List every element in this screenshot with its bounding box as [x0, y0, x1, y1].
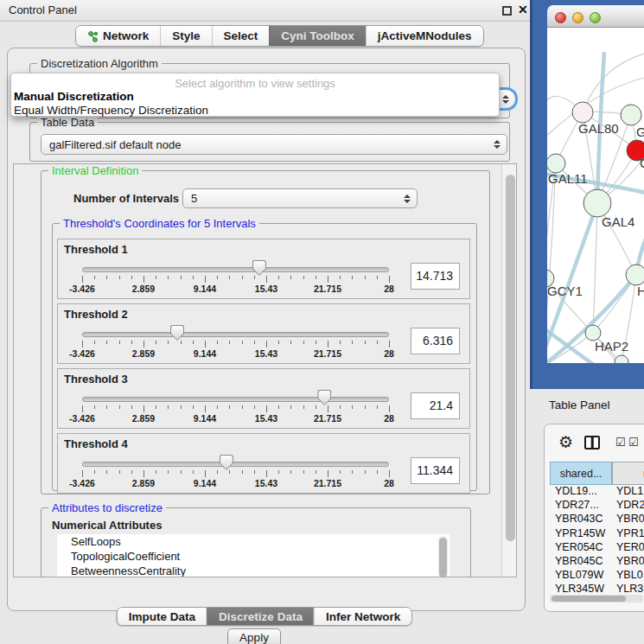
table-row[interactable]: YBR045CYBR0 [550, 555, 644, 569]
tab-infer-network[interactable]: Infer Network [314, 608, 411, 625]
settings-vertical-scrollbar[interactable] [501, 164, 517, 577]
threshold-value-field[interactable]: 21.4 [411, 392, 460, 419]
scrollbar-thumb[interactable] [506, 175, 515, 541]
control-panel-titlebar: Control Panel ✕ [0, 0, 530, 22]
tab-style[interactable]: Style [160, 26, 211, 46]
numerical-attributes-list[interactable]: SelfLoopsTopologicalCoefficientBetweenne… [57, 534, 450, 577]
tab-discretize-data[interactable]: Discretize Data [207, 608, 314, 625]
attribute-list-item[interactable]: SelfLoops [57, 534, 450, 549]
network-edge[interactable] [583, 54, 644, 112]
gear-icon[interactable]: ⚙ [558, 432, 573, 452]
tab-network[interactable]: Network [76, 26, 160, 46]
table-row[interactable]: YBL079WYBL0 [550, 569, 644, 583]
cell-name: YLR3 [616, 583, 643, 595]
tick-mark [229, 470, 230, 474]
threshold-value-field[interactable]: 11.344 [411, 457, 460, 484]
threshold-slider-thumb[interactable] [170, 325, 184, 341]
threshold-slider-thumb[interactable] [317, 390, 331, 405]
tick-mark [377, 470, 378, 474]
algorithm-option-manual[interactable]: Manual Discretization [14, 90, 134, 103]
tick-mark [143, 470, 144, 477]
threshold-label: Threshold 2 [64, 308, 128, 321]
tick-mark [156, 405, 156, 409]
tick-mark [229, 341, 230, 344]
network-edge[interactable] [547, 362, 622, 363]
tick-label: 15.43 [255, 413, 277, 424]
threshold-label: Threshold 3 [64, 373, 128, 386]
threshold-slider-thumb[interactable] [252, 260, 266, 276]
threshold-slider-track[interactable] [82, 397, 389, 402]
threshold-slider-track[interactable] [82, 267, 389, 272]
threshold-slider-track[interactable] [82, 332, 389, 337]
tick-mark [119, 276, 120, 279]
zoom-traffic-light-icon[interactable] [590, 12, 601, 23]
tick-mark [254, 276, 255, 279]
tick-mark [303, 276, 304, 279]
table-row[interactable]: YER054CYER0 [550, 541, 644, 555]
float-panel-icon[interactable] [502, 6, 512, 16]
scrollbar-thumb[interactable] [439, 538, 447, 577]
tab-select[interactable]: Select [212, 26, 270, 46]
tick-mark [328, 276, 328, 283]
minimize-traffic-light-icon[interactable] [572, 12, 583, 23]
table-row[interactable]: YBR043CYBR0 [550, 513, 644, 526]
table-horizontal-scrollbar[interactable] [550, 595, 643, 603]
network-graph: GAL80GCGAL11GAL4GCY1HHAP2 [547, 28, 644, 363]
tab-jactivemnodules[interactable]: jActiveMNodules [366, 26, 483, 46]
tick-mark [254, 405, 255, 409]
attribute-list-item[interactable]: BetweennessCentrality [57, 564, 450, 577]
close-panel-icon[interactable]: ✕ [518, 3, 528, 16]
network-node[interactable] [583, 189, 611, 217]
scrollbar-thumb[interactable] [552, 596, 626, 602]
threshold-value-field[interactable]: 14.713 [411, 263, 460, 290]
network-canvas[interactable]: GAL80GCGAL11GAL4GCY1HHAP2 [547, 28, 644, 363]
tick-mark [290, 276, 291, 279]
interval-definition-title: Interval Definition [48, 164, 142, 177]
tick-mark [377, 405, 378, 409]
checkbox-icon[interactable]: ☑ [628, 436, 639, 449]
network-node[interactable] [615, 355, 628, 363]
threshold-slider-track[interactable] [82, 462, 389, 467]
attribute-list-item[interactable]: TopologicalCoefficient [57, 549, 450, 564]
column-header-shared-name[interactable]: shared... [550, 462, 612, 485]
algorithm-dropdown-popup: Select algorithm to view settings Manual… [10, 73, 500, 117]
table-data-combobox[interactable]: galFiltered.sif default node [41, 134, 507, 155]
tab-impute-data[interactable]: Impute Data [118, 608, 207, 625]
node-table[interactable]: YDL19...YDL1YDR27...YDR2YBR043CYBR0YPR14… [550, 485, 644, 599]
threshold-value-field[interactable]: 6.316 [411, 328, 460, 354]
tick-mark [168, 405, 169, 409]
tick-mark [82, 405, 83, 412]
tick-mark [205, 341, 206, 348]
tick-mark [278, 470, 279, 474]
network-window-titlebar[interactable] [547, 5, 644, 28]
cell-shared-name: YLR345W [555, 583, 604, 595]
network-node[interactable] [621, 105, 641, 125]
tick-mark [193, 470, 194, 474]
tick-mark [352, 276, 353, 279]
tab-cyni-toolbox[interactable]: Cyni Toolbox [269, 26, 366, 46]
network-node[interactable] [547, 154, 565, 173]
algorithm-option-equal-width[interactable]: Equal Width/Frequency Discretization [14, 104, 208, 117]
app-root: Control Panel ✕ NetworkStyleSelectCyni T… [0, 0, 644, 644]
table-row[interactable]: YDL19...YDL1 [550, 485, 644, 499]
threshold-slider-thumb[interactable] [220, 455, 233, 470]
table-row[interactable]: YDR27...YDR2 [550, 499, 644, 513]
network-node[interactable] [626, 265, 644, 285]
tick-mark [82, 470, 83, 477]
split-view-icon[interactable] [584, 436, 600, 450]
number-of-intervals-combobox[interactable]: 5 [182, 188, 418, 208]
column-header-name[interactable]: na [612, 462, 644, 485]
close-traffic-light-icon[interactable] [555, 12, 566, 23]
tick-mark [352, 405, 353, 409]
network-node[interactable] [572, 102, 593, 123]
tick-mark [340, 341, 341, 344]
table-row[interactable]: YPR145WYPR1 [550, 527, 644, 541]
apply-button[interactable]: Apply [227, 628, 281, 644]
checkbox-icon[interactable]: ☑ [615, 436, 626, 449]
threshold-row-1: Threshold 1-3.4262.8599.14415.4321.71528… [57, 239, 470, 299]
tick-mark [303, 405, 304, 409]
tick-label: 9.144 [194, 348, 216, 359]
tick-label: 2.859 [132, 478, 155, 488]
network-edge[interactable] [593, 203, 597, 333]
list-scrollbar[interactable] [438, 536, 448, 577]
